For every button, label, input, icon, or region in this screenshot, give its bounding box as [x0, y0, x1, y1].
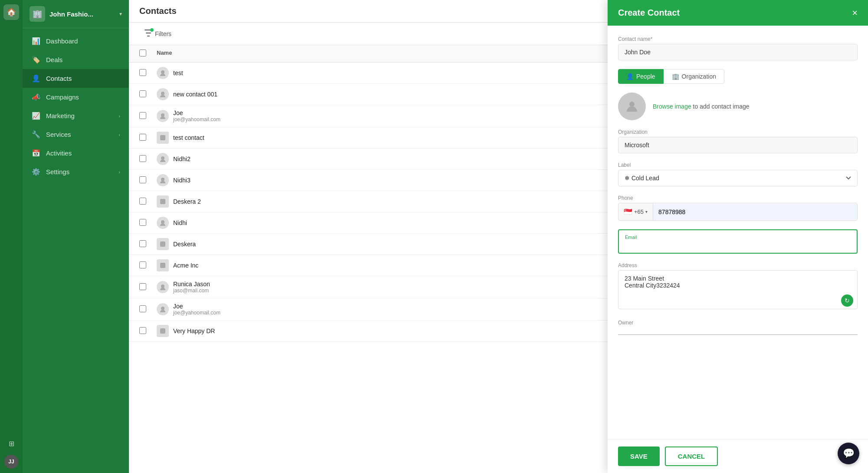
row-checkbox[interactable] [139, 219, 146, 226]
contacts-icon: 👤 [31, 74, 41, 83]
phone-flag-selector[interactable]: 🇸🇬 +65 ▾ [618, 203, 653, 220]
sidebar-item-label: Activities [46, 149, 120, 157]
contact-avatar [157, 88, 169, 100]
avatar-section: Browse image to add contact image [618, 93, 858, 120]
contact-name-input[interactable] [618, 44, 858, 60]
contact-avatar [157, 174, 169, 186]
contact-name-cell: Deskera [157, 238, 654, 250]
left-rail: 🏠 ⊞ JJ [0, 0, 23, 473]
phone-number-input[interactable] [653, 204, 857, 220]
contact-name: Very Happy DR [173, 327, 215, 334]
row-checkbox[interactable] [139, 69, 146, 76]
contact-name: test [173, 69, 183, 76]
owner-field[interactable] [618, 327, 858, 335]
row-checkbox[interactable] [139, 198, 146, 205]
contact-name-group: Contact name* [618, 36, 858, 60]
row-checkbox[interactable] [139, 283, 146, 290]
select-all-checkbox[interactable] [139, 50, 146, 56]
address-label-text: Address [618, 262, 858, 268]
campaigns-icon: 📣 [31, 93, 41, 101]
sidebar-item-dashboard[interactable]: 📊 Dashboard [23, 32, 129, 50]
organization-input[interactable] [618, 137, 858, 153]
email-group: Email [618, 229, 858, 254]
row-checkbox[interactable] [139, 327, 146, 334]
sidebar-item-label: Marketing [46, 112, 118, 119]
sidebar-item-marketing[interactable]: 📈 Marketing › [23, 106, 129, 125]
svg-point-2 [161, 113, 164, 117]
close-button[interactable]: × [852, 8, 858, 18]
sidebar-item-campaigns[interactable]: 📣 Campaigns [23, 88, 129, 106]
contact-name: Joe [173, 109, 220, 116]
svg-point-7 [161, 220, 164, 224]
svg-rect-6 [160, 199, 165, 204]
contact-info: Deskera 2 [173, 198, 201, 205]
label-select[interactable]: ❄ Cold Lead Hot Lead Warm Lead [618, 170, 858, 186]
sidebar-item-label: Deals [46, 56, 120, 63]
contact-email: jaso@mail.com [173, 288, 210, 294]
email-input[interactable] [625, 241, 851, 248]
chevron-right-icon: › [118, 169, 120, 175]
sidebar-item-label: Campaigns [46, 93, 120, 101]
chat-button[interactable]: 💬 [838, 443, 859, 464]
contact-name-cell: Very Happy DR [157, 325, 654, 337]
contact-info: Nidhi3 [173, 177, 191, 184]
email-label-float: Email [625, 235, 851, 240]
row-checkbox-cell [139, 240, 157, 248]
chevron-right-icon: › [118, 113, 120, 119]
row-checkbox-cell [139, 305, 157, 314]
services-icon: 🔧 [31, 130, 41, 139]
contact-name-cell: Nidhi [157, 217, 654, 229]
sidebar-item-label: Services [46, 131, 118, 138]
address-textarea[interactable]: 23 Main Street Central City3232424 [618, 270, 858, 309]
svg-rect-8 [160, 241, 165, 247]
home-icon[interactable]: 🏠 [3, 4, 19, 20]
row-checkbox[interactable] [139, 155, 146, 162]
row-checkbox[interactable] [139, 176, 146, 183]
contact-avatar [157, 217, 169, 229]
contact-info: Nidhi [173, 219, 187, 226]
grid-icon[interactable]: ⊞ [3, 436, 19, 451]
contact-info: Very Happy DR [173, 327, 215, 334]
row-checkbox[interactable] [139, 112, 146, 119]
contact-name-label: Contact name* [618, 36, 858, 42]
svg-point-5 [161, 178, 164, 181]
contact-name-cell: Joe joe@yahoomail.com [157, 303, 654, 316]
row-checkbox[interactable] [139, 240, 146, 247]
panel-body: Contact name* 👤 People 🏢 Organization [608, 26, 868, 439]
row-checkbox[interactable] [139, 134, 146, 141]
contact-name: Deskera [173, 241, 196, 248]
sidebar-item-contacts[interactable]: 👤 Contacts [23, 69, 129, 88]
sidebar-item-settings[interactable]: ⚙️ Settings › [23, 162, 129, 181]
sidebar-item-services[interactable]: 🔧 Services › [23, 125, 129, 144]
contact-info: Deskera [173, 241, 196, 248]
organization-type-button[interactable]: 🏢 Organization [664, 69, 724, 84]
email-field-wrap: Email [618, 229, 858, 254]
user-avatar[interactable]: JJ [4, 455, 18, 469]
owner-group: Owner [618, 320, 858, 335]
refresh-button[interactable]: ↻ [841, 294, 853, 307]
save-button[interactable]: SAVE [618, 447, 660, 466]
svg-rect-3 [160, 135, 165, 140]
sidebar-item-activities[interactable]: 📅 Activities [23, 144, 129, 162]
row-checkbox-cell [139, 90, 157, 99]
organization-label-text: Organization [618, 129, 858, 135]
svg-point-10 [161, 284, 164, 288]
svg-rect-12 [160, 328, 165, 334]
panel-header: Create Contact × [608, 0, 868, 26]
cancel-button[interactable]: CANCEL [665, 447, 718, 466]
contact-name: Deskera 2 [173, 198, 201, 205]
browse-image-link[interactable]: Browse image [653, 103, 691, 110]
contact-name-cell: Deskera 2 [157, 195, 654, 208]
sidebar-header[interactable]: 🏢 John Fashio... ▾ [23, 0, 129, 28]
company-name: John Fashio... [49, 10, 119, 18]
row-checkbox[interactable] [139, 261, 146, 268]
address-group: Address 23 Main Street Central City32324… [618, 262, 858, 311]
panel-footer: SAVE CANCEL [608, 439, 868, 473]
people-type-button[interactable]: 👤 People [618, 69, 664, 84]
row-checkbox[interactable] [139, 305, 146, 312]
contact-name-cell: Acme Inc [157, 259, 654, 271]
contact-info: Nidhi2 [173, 155, 191, 162]
sidebar-item-deals[interactable]: 🏷️ Deals [23, 50, 129, 69]
filter-button[interactable]: Filters [139, 27, 177, 40]
row-checkbox[interactable] [139, 90, 146, 97]
